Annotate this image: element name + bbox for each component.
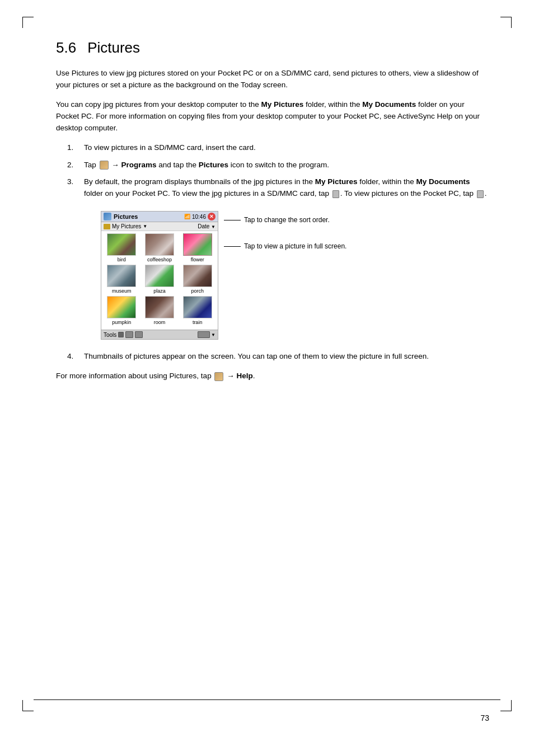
list-item-2: 2. Tap → Programs and tap the Pictures i… [67,159,489,171]
thumbnail-room[interactable] [145,296,174,318]
thumbnail-porch[interactable] [183,265,212,287]
thumbnail-museum[interactable] [107,265,136,287]
intro2-bold1: My Pictures [261,100,303,109]
list-item[interactable]: pumpkin [105,296,138,325]
keyboard-dropdown[interactable]: ▼ [211,332,216,337]
footer-bold: Help [236,372,252,380]
thumbnail-plaza[interactable] [145,265,174,287]
thumbnail-train[interactable] [183,296,212,318]
main-list: 1. To view pictures in a SD/MMC card, in… [56,142,489,200]
step3-suffix: . [485,189,487,198]
callout-text-fullscreen: Tap to view a picture in full screen. [244,242,346,251]
list-item[interactable]: coffeeshop [143,233,176,262]
callout-sort: Tap to change the sort order. [224,215,346,225]
callout-fullscreen: Tap to view a picture in full screen. [224,242,346,251]
thumb-label-flower: flower [191,257,204,262]
thumb-label-plaza: plaza [153,288,166,294]
thumb-label-bird: bird [118,257,126,262]
titlebar-signal-icon: 📶 [184,214,190,219]
toolbar-sort[interactable]: Date [198,223,209,229]
step2-content: Tap → Programs and tap the Pictures icon… [84,159,489,171]
step4-list: 4. Thumbnails of pictures appear on the … [56,351,489,363]
step4-content: Thumbnails of pictures appear on the scr… [84,351,489,363]
thumbnail-bird[interactable] [107,233,136,256]
sdcard-icon [332,190,339,198]
footer-suffix: . [253,372,255,380]
titlebar-app-icon [104,213,111,220]
thumb-label-train: train [193,320,203,325]
view-icon-2[interactable] [135,331,143,338]
step3-bold2: My Documents [416,177,470,186]
callout-container: Tap to change the sort order. Tap to vie… [224,211,346,251]
list-num-1: 1. [67,142,84,154]
programs-icon [100,161,109,170]
view-icon-1[interactable] [125,331,133,338]
step1-content: To view pictures in a SD/MMC card, inser… [84,142,489,154]
list-num-3: 3. [67,176,84,188]
corner-mark-br [500,700,512,711]
footer-arrow: → [227,372,235,380]
step3-content: By default, the program displays thumbna… [84,176,489,200]
screenshot-container: Pictures 📶 10:46 ✕ My Pictures ▼ Date ▼ [101,211,489,340]
grid-row-3: pumpkin room train [104,296,216,325]
list-num-4: 4. [67,351,84,363]
list-item[interactable]: plaza [143,265,176,294]
tools-dropdown-icon[interactable] [118,332,124,337]
list-item[interactable]: flower [181,233,214,262]
thumb-label-coffeeshop: coffeeshop [147,257,172,262]
step3-mid1: folder, within the [358,177,416,186]
callout-line-sort [224,220,241,220]
thumbnail-coffeeshop[interactable] [145,233,174,256]
list-item-3: 3. By default, the program displays thum… [67,176,489,200]
callout-text-sort: Tap to change the sort order. [244,215,330,225]
corner-mark-tl [22,17,34,28]
bottombar-left: Tools [104,331,143,338]
corner-mark-bl [22,700,34,711]
thumbnail-pumpkin[interactable] [107,296,136,318]
titlebar-app-name: Pictures [114,213,138,220]
thumb-label-room: room [154,320,166,325]
list-item[interactable]: room [143,296,176,325]
footer-programs-icon [214,372,223,381]
list-item[interactable]: train [181,296,214,325]
device-toolbar: My Pictures ▼ Date ▼ [101,222,218,231]
corner-mark-tr [500,17,512,28]
device-screenshot: Pictures 📶 10:46 ✕ My Pictures ▼ Date ▼ [101,211,218,340]
thumbnail-flower[interactable] [183,233,212,256]
keyboard-icon[interactable] [198,331,210,338]
titlebar-close-button[interactable]: ✕ [208,213,216,220]
grid-row-2: museum plaza porch [104,265,216,294]
device-bottombar: Tools ▼ [101,330,218,339]
list-item[interactable]: bird [105,233,138,262]
step2-bold2: Pictures [199,161,228,169]
grid-row-1: bird coffeeshop flower [104,233,216,262]
list-item-4: 4. Thumbnails of pictures appear on the … [67,351,489,363]
tools-label[interactable]: Tools [104,332,116,338]
step3-prefix: By default, the program displays thumbna… [84,177,315,186]
intro2-prefix: You can copy jpg pictures from your desk… [56,100,261,109]
page-number: 73 [480,713,489,722]
section-number: 5.6 [56,39,76,56]
step2-arrow: → [111,161,119,169]
intro2-bold2: My Documents [362,100,416,109]
folder-icon [104,224,110,229]
list-item[interactable]: museum [105,265,138,294]
toolbar-folder-name: My Pictures [112,223,141,229]
titlebar-left: Pictures [104,213,138,220]
step3-bold1: My Pictures [315,177,358,186]
sort-dropdown-arrow[interactable]: ▼ [211,224,216,229]
callout-line-fullscreen [224,246,241,247]
thumb-label-museum: museum [112,288,132,294]
thumbnail-grid: bird coffeeshop flower museum [101,231,218,330]
thumb-label-porch: porch [191,288,204,294]
step3-mid3: . To view pictures on the Pocket PC, tap [340,189,476,198]
list-item[interactable]: porch [181,265,214,294]
toolbar-right: Date ▼ [198,223,216,229]
folder-dropdown-arrow[interactable]: ▼ [143,224,147,229]
titlebar-right: 📶 10:46 ✕ [184,213,216,220]
thumb-label-pumpkin: pumpkin [112,320,131,325]
list-num-2: 2. [67,159,84,171]
intro-para-1: Use Pictures to view jpg pictures stored… [56,68,489,91]
step2-bold1: Programs [121,161,157,169]
section-title: Pictures [87,39,140,56]
